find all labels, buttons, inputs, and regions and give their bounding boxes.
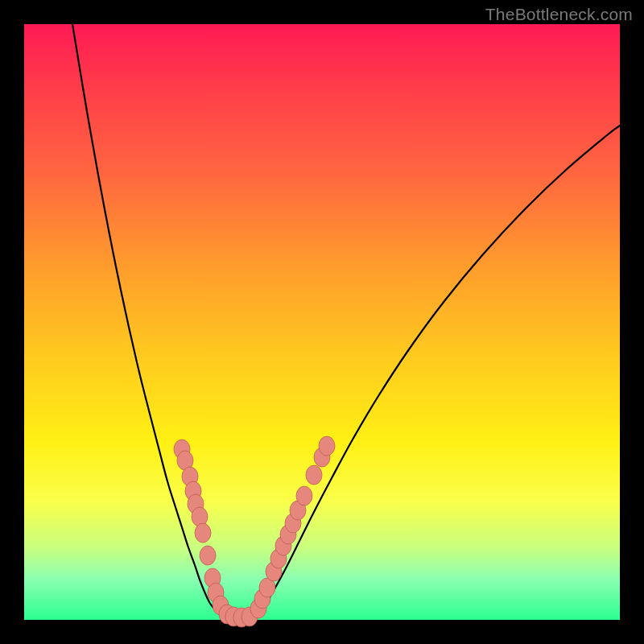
plot-area <box>24 24 620 620</box>
watermark-text: TheBottleneck.com <box>485 5 633 24</box>
outer-frame: TheBottleneck.com <box>0 0 644 644</box>
marker-bead <box>296 486 312 506</box>
marker-bead <box>319 436 335 456</box>
marker-group <box>174 436 335 627</box>
marker-bead <box>195 523 211 543</box>
curve-svg <box>24 24 620 620</box>
curve-right <box>251 126 620 619</box>
marker-bead <box>200 546 216 565</box>
marker-bead <box>306 465 322 485</box>
